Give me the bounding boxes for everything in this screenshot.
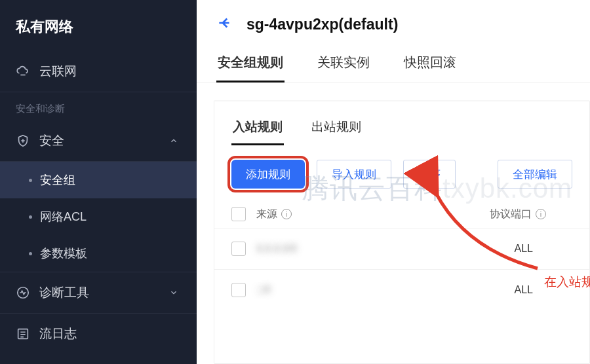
sidebar-item-security-group[interactable]: 安全组: [0, 162, 197, 198]
cell-protocol: ALL: [515, 243, 572, 255]
sidebar-title: 私有网络: [0, 0, 197, 51]
rules-panel: 入站规则 出站规则 添加规则 导入规则 排序 全部编辑 来源 i 协议端口 i …: [214, 100, 590, 364]
info-icon[interactable]: i: [536, 209, 546, 219]
table-row: 0.0.0.0/0 ALL: [214, 228, 589, 269]
th-source: 来源 i: [256, 208, 387, 221]
tab-snapshot[interactable]: 快照回滚: [403, 47, 458, 82]
pulse-icon: [16, 285, 30, 300]
sort-button[interactable]: 排序: [403, 160, 456, 189]
sidebar: 私有网络 云联网 安全和诊断 安全 安全组 网络ACL 参数模板: [0, 0, 197, 364]
tab-outbound[interactable]: 出站规则: [310, 115, 363, 145]
import-rule-button[interactable]: 导入规则: [317, 160, 391, 189]
tab-security-rules[interactable]: 安全组规则: [216, 47, 285, 82]
back-button[interactable]: [216, 14, 233, 34]
action-row: 添加规则 导入规则 排序 全部编辑: [214, 145, 589, 195]
sidebar-label: 网络ACL: [40, 209, 87, 225]
cell-source: ::/0: [256, 284, 387, 296]
select-all-checkbox[interactable]: [231, 207, 246, 221]
sidebar-item-param-template[interactable]: 参数模板: [0, 235, 197, 272]
tab-inbound[interactable]: 入站规则: [231, 115, 284, 145]
sidebar-label: 云联网: [39, 63, 77, 80]
sidebar-label: 流日志: [39, 325, 77, 342]
info-icon[interactable]: i: [281, 209, 292, 219]
sidebar-item-network-acl[interactable]: 网络ACL: [0, 198, 197, 235]
sidebar-item-cloud-network[interactable]: 云联网: [0, 51, 197, 92]
shield-icon: [16, 134, 30, 148]
add-rule-button[interactable]: 添加规则: [231, 160, 305, 189]
table-header: 来源 i 协议端口 i: [214, 195, 589, 228]
row-checkbox[interactable]: [231, 242, 246, 256]
cloud-network-icon: [16, 64, 30, 79]
sidebar-label: 安全: [39, 132, 64, 149]
table-row: ::/0 ALL: [214, 269, 589, 310]
direction-tabs: 入站规则 出站规则: [214, 101, 589, 145]
cell-protocol: ALL: [515, 284, 572, 296]
sidebar-label: 安全组: [40, 172, 75, 188]
bullet-icon: [29, 252, 32, 255]
sidebar-section-security: 安全和诊断: [0, 92, 197, 120]
bullet-icon: [29, 215, 32, 219]
tab-instances[interactable]: 关联实例: [316, 47, 371, 82]
sidebar-item-flow-log[interactable]: 流日志: [0, 314, 197, 354]
row-checkbox[interactable]: [231, 283, 246, 297]
main-content: 腾讯云百科txybk.com sg-4avpu2xp(default) 安全组规…: [197, 0, 590, 364]
bullet-icon: [29, 179, 32, 182]
chevron-down-icon: [167, 285, 181, 300]
sidebar-parent-security[interactable]: 安全: [0, 120, 197, 162]
sidebar-label: 诊断工具: [39, 284, 89, 301]
sidebar-parent-diagnostic[interactable]: 诊断工具: [0, 272, 197, 314]
chevron-up-icon: [167, 134, 181, 148]
sidebar-label: 参数模板: [40, 246, 87, 261]
edit-all-button[interactable]: 全部编辑: [498, 160, 572, 189]
log-icon: [16, 327, 30, 341]
page-header: sg-4avpu2xp(default): [197, 0, 590, 41]
main-tabs: 安全组规则 关联实例 快照回滚: [197, 41, 590, 83]
page-title: sg-4avpu2xp(default): [246, 16, 398, 33]
cell-source: 0.0.0.0/0: [256, 243, 387, 255]
th-protocol: 协议端口 i: [490, 208, 572, 221]
